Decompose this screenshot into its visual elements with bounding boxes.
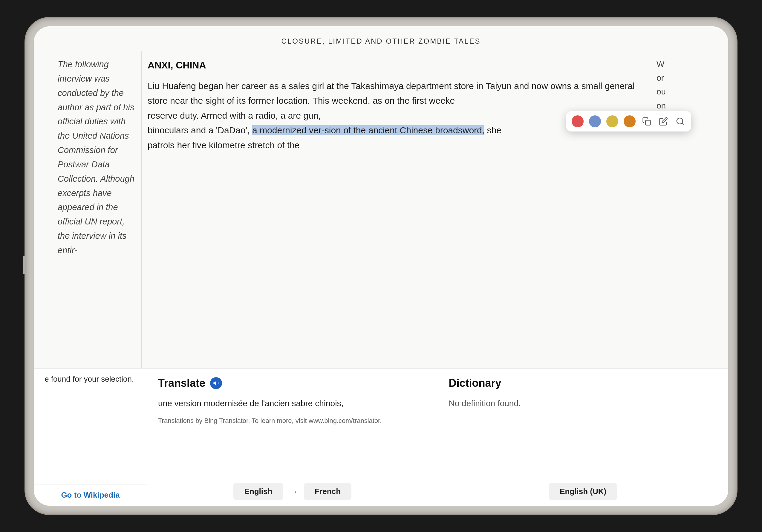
- translation-result: une version modernisée de l'ancien sabre…: [158, 397, 427, 410]
- wikipedia-body: e found for your selection.: [34, 368, 147, 484]
- device-screen: CLOSURE, LIMITED AND OTHER ZOMBIE TALES …: [34, 26, 728, 506]
- dictionary-panel: Dictionary No definition found. English …: [438, 368, 728, 506]
- reader-content: CLOSURE, LIMITED AND OTHER ZOMBIE TALES …: [34, 26, 728, 506]
- highlight-color-red[interactable]: [572, 115, 583, 127]
- translate-title: Translate: [158, 377, 205, 389]
- go-to-wikipedia-link[interactable]: Go to Wikipedia: [61, 491, 119, 500]
- translate-body: une version modernisée de l'ancien sabre…: [147, 392, 438, 477]
- translate-panel: Translate une version modernisée de l'an…: [147, 368, 438, 506]
- chapter-heading: ANXI, CHINA: [148, 57, 645, 73]
- dictionary-language-button[interactable]: English (UK): [549, 483, 617, 500]
- wikipedia-footer: Go to Wikipedia: [34, 484, 147, 506]
- highlight-color-blue[interactable]: [589, 115, 601, 127]
- device-frame: CLOSURE, LIMITED AND OTHER ZOMBIE TALES …: [26, 18, 736, 514]
- dictionary-title: Dictionary: [449, 377, 501, 389]
- highlight-color-orange[interactable]: [624, 115, 636, 127]
- highlighted-passage: a modernized ver-sion of the ancient Chi…: [252, 125, 485, 135]
- selection-toolbar: [566, 111, 691, 131]
- svg-rect-0: [646, 120, 650, 125]
- translate-header: Translate: [147, 368, 438, 392]
- copy-button[interactable]: [641, 116, 652, 127]
- dictionary-header: Dictionary: [438, 368, 728, 392]
- edit-button[interactable]: [658, 116, 669, 127]
- translation-attribution: Translations by Bing Translator. To lear…: [158, 416, 427, 425]
- bottom-panels: e found for your selection. Go to Wikipe…: [34, 368, 728, 506]
- book-title: CLOSURE, LIMITED AND OTHER ZOMBIE TALES: [34, 26, 728, 51]
- translate-footer: English → French: [147, 477, 438, 506]
- wikipedia-panel: e found for your selection. Go to Wikipe…: [34, 368, 147, 506]
- svg-point-1: [677, 118, 683, 124]
- highlight-color-yellow[interactable]: [606, 115, 618, 127]
- search-button[interactable]: [674, 116, 686, 127]
- svg-line-2: [682, 123, 683, 125]
- speaker-button[interactable]: [210, 377, 222, 389]
- dictionary-body: No definition found.: [438, 392, 728, 477]
- translate-arrow: →: [289, 487, 298, 497]
- target-language-button[interactable]: French: [304, 483, 351, 500]
- dictionary-footer: English (UK): [438, 477, 728, 506]
- no-definition-text: No definition found.: [449, 399, 521, 408]
- source-language-button[interactable]: English: [233, 483, 283, 500]
- left-partial-text: The following interview was conducted by…: [58, 59, 134, 255]
- side-button: [23, 256, 26, 274]
- wikipedia-no-result: e found for your selection.: [44, 374, 134, 383]
